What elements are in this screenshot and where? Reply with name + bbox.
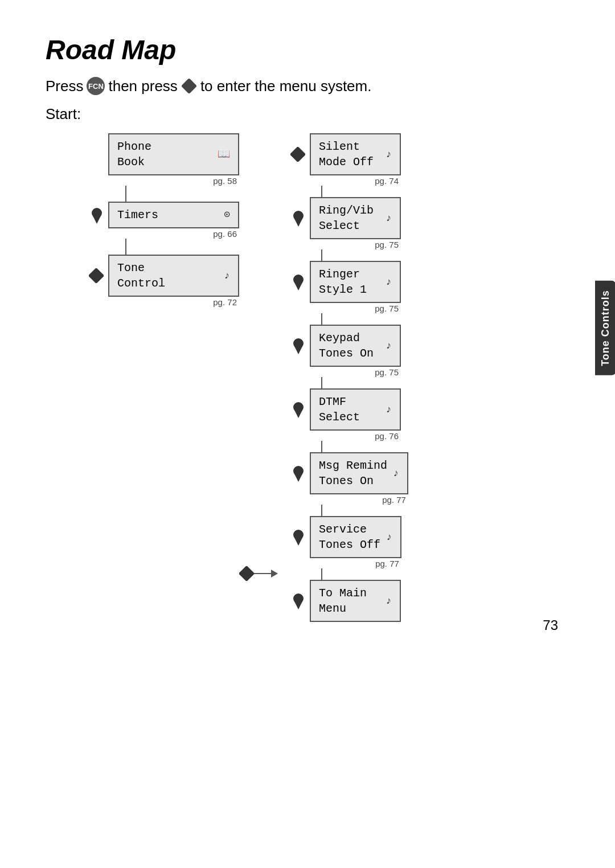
ring-vib-label: Ring/VibSelect <box>319 203 380 234</box>
pg75c-label: pg. 75 <box>310 367 401 377</box>
service-tones-nav-icon <box>292 529 305 546</box>
keypad-tones-icon: ♪ <box>386 339 392 353</box>
pg75a-label: pg. 75 <box>310 240 401 249</box>
to-main-menu-nav-icon-col <box>284 592 310 609</box>
vline-r7 <box>284 568 401 580</box>
timers-icon-col <box>80 207 108 224</box>
svg-marker-11 <box>294 346 302 354</box>
fcn-button: FCN <box>87 77 105 95</box>
keypad-tones-nav-icon-col <box>284 337 310 354</box>
dtmf-nav-icon-col <box>284 401 310 418</box>
vline-r3 <box>284 313 401 325</box>
vline-r6 <box>284 505 408 516</box>
pg74-row: pg. 74 <box>284 175 401 186</box>
timers-label: Timers <box>117 207 218 223</box>
to-main-menu-icon: ♪ <box>386 594 392 608</box>
subtitle-then: then press <box>108 77 177 95</box>
pg66-label: pg. 66 <box>108 229 239 239</box>
dtmf-row: DTMFSelect ♪ <box>284 388 401 431</box>
left-item-tone-control: ToneControl ♪ <box>80 255 239 297</box>
menu-box-msg-remind: Msg RemindTones On ♪ <box>310 452 408 494</box>
pg77a-row: pg. 77 <box>284 494 408 505</box>
left-item-phone-book: PhoneBook 📖 <box>80 133 239 175</box>
h-arrow-head <box>271 570 278 578</box>
ring-vib-row: Ring/VibSelect ♪ <box>284 197 401 239</box>
pg75b-label: pg. 75 <box>310 304 401 313</box>
ring-vib-nav-icon <box>292 210 305 227</box>
menu-box-silent-mode: SilentMode Off ♪ <box>310 133 401 175</box>
silent-mode-row: SilentMode Off ♪ <box>284 133 401 175</box>
menu-box-service-tones: ServiceTones Off ♪ <box>310 516 401 558</box>
phone-book-icon: 📖 <box>218 148 230 161</box>
service-tones-label: ServiceTones Off <box>319 522 380 552</box>
diagram: PhoneBook 📖 pg. 58 <box>80 133 569 622</box>
pg58-label: pg. 58 <box>108 176 239 186</box>
tone-control-label: ToneControl <box>117 260 218 291</box>
svg-marker-17 <box>294 538 302 546</box>
vline2 <box>125 239 126 255</box>
right-column: SilentMode Off ♪ pg. 74 <box>284 133 408 622</box>
service-tones-icon: ♪ <box>386 530 392 544</box>
svg-rect-5 <box>290 147 305 162</box>
tone-control-box-col: ToneControl ♪ <box>108 255 239 297</box>
vline1-row <box>80 186 239 202</box>
pg77a-label: pg. 77 <box>310 495 408 505</box>
timers-nav-icon <box>90 207 104 224</box>
right-item-to-main-menu: To MainMenu ♪ <box>284 580 401 622</box>
menu-box-timers: Timers ⊙ <box>108 202 239 228</box>
ringer-style-nav-icon-col <box>284 273 310 290</box>
ringer-style-row: RingerStyle 1 ♪ <box>284 261 401 303</box>
menu-box-tone-control: ToneControl ♪ <box>108 255 239 297</box>
pg58-row: pg. 58 <box>80 175 239 186</box>
subtitle: Press FCN then press to enter the menu s… <box>46 77 569 95</box>
pg66-row: pg. 66 <box>80 228 239 239</box>
vline-r1 <box>284 186 401 197</box>
vline-r2 <box>284 249 401 261</box>
svg-marker-19 <box>294 601 302 609</box>
msg-remind-nav-icon <box>292 465 305 482</box>
vline-r4 <box>284 377 401 388</box>
page-title: Road Map <box>46 34 569 65</box>
vline-r5 <box>284 441 401 452</box>
svg-rect-0 <box>181 78 197 94</box>
ringer-style-label: RingerStyle 1 <box>319 267 380 297</box>
pg77b-row: pg. 77 <box>284 558 401 568</box>
service-tones-nav-icon-col <box>284 529 310 546</box>
pg74-label: pg. 74 <box>310 176 401 186</box>
pg75a-row: pg. 75 <box>284 239 401 249</box>
pg75b-row: pg. 75 <box>284 303 401 313</box>
msg-remind-nav-icon-col <box>284 465 310 482</box>
right-item-keypad-tones: KeypadTones On ♪ pg. 75 <box>284 325 401 388</box>
silent-mode-icon: ♪ <box>386 148 392 161</box>
timers-box-col: Timers ⊙ <box>108 202 239 228</box>
ring-vib-nav-icon-col <box>284 210 310 227</box>
pg77b-label: pg. 77 <box>310 559 401 568</box>
right-item-service-tones: ServiceTones Off ♪ pg. 77 <box>284 516 401 580</box>
silent-mode-label: SilentMode Off <box>319 139 380 170</box>
right-item-msg-remind: Msg RemindTones On ♪ pg. 77 <box>284 452 408 516</box>
svg-marker-2 <box>93 216 101 224</box>
timers-icon: ⊙ <box>224 208 230 222</box>
left-column: PhoneBook 📖 pg. 58 <box>80 133 239 622</box>
right-item-ringer-style: RingerStyle 1 ♪ pg. 75 <box>284 261 401 325</box>
left-item-timers: Timers ⊙ <box>80 202 239 228</box>
pg76-label: pg. 76 <box>310 431 401 441</box>
keypad-tones-label: KeypadTones On <box>319 330 380 361</box>
pg76-row: pg. 76 <box>284 431 401 441</box>
dtmf-icon: ♪ <box>386 403 392 416</box>
menu-box-phone-book: PhoneBook 📖 <box>108 133 239 175</box>
msg-remind-row: Msg RemindTones On ♪ <box>284 452 408 494</box>
service-tones-row: ServiceTones Off ♪ <box>284 516 401 558</box>
h-arrow-left-diamond <box>239 566 254 581</box>
pg72-row: pg. 72 <box>80 297 239 307</box>
page-number: 73 <box>543 617 558 633</box>
page: Road Map Press FCN then press to enter t… <box>0 0 615 656</box>
ringer-style-icon: ♪ <box>386 275 392 289</box>
right-item-ring-vib: Ring/VibSelect ♪ pg. 75 <box>284 197 401 261</box>
phone-book-label: PhoneBook <box>117 139 212 170</box>
to-main-menu-label: To MainMenu <box>319 586 380 616</box>
svg-marker-15 <box>294 474 302 482</box>
dtmf-label: DTMFSelect <box>319 394 380 425</box>
msg-remind-label: Msg RemindTones On <box>319 458 387 489</box>
menu-box-to-main-menu: To MainMenu ♪ <box>310 580 401 622</box>
